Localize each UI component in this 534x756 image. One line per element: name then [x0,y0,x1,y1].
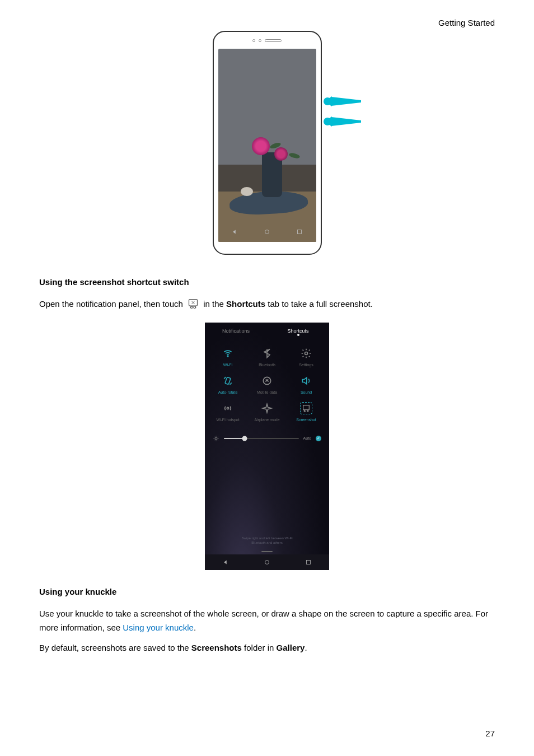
toggle-settings[interactable]: Settings [287,347,326,367]
side-button-arrows [323,95,362,128]
gear-icon [300,347,312,360]
heading-using-knuckle: Using your knuckle [39,587,495,596]
page-number: 27 [485,729,495,738]
screenshot-icon [188,298,199,309]
label: Screenshot [296,418,316,422]
svg-point-19 [307,410,308,412]
para-knuckle-2: By default, screenshots are saved to the… [39,641,495,655]
hotspot-icon [222,402,234,414]
bold-gallery: Gallery [277,643,305,652]
label: Bluetooth [259,363,275,367]
label: Airplane mode [254,418,279,422]
text: . [194,623,196,632]
svg-point-12 [227,356,228,357]
notification-panel-screenshot: Notifications Shortcuts Wi-Fi Bluetooth … [205,323,329,570]
toggle-mobiledata[interactable]: Mobile data [247,375,287,394]
text: in the [203,299,226,309]
para-screenshot-shortcut: Open the notification panel, then touch … [39,297,495,311]
label: Mobile data [257,390,277,394]
label: Sound [301,390,312,394]
svg-point-20 [215,437,217,440]
brightness-auto-label: Auto [303,436,311,440]
svg-rect-22 [307,560,311,564]
label: Settings [299,363,313,367]
header-section-label: Getting Started [438,18,495,27]
panel-hint-text: Swipe right and left between Wi-Fi Bluet… [205,536,329,545]
svg-point-15 [263,377,270,384]
android-navbar [205,554,329,570]
text: folder in [242,643,277,652]
label: Auto-rotate [218,390,238,394]
svg-rect-14 [225,377,231,384]
screenshot-icon [300,402,312,414]
link-using-your-knuckle[interactable]: Using your knuckle [123,623,194,632]
bold-screenshots-folder: Screenshots [191,643,242,652]
bluetooth-icon [261,347,273,360]
mobiledata-icon [261,375,273,387]
wifi-icon [222,347,234,360]
svg-point-0 [265,230,269,234]
svg-point-13 [305,352,308,354]
label: Wi-Fi [223,363,232,367]
text: . [305,643,307,652]
toggle-hotspot[interactable]: Wi-Fi hotspot [208,402,247,422]
text: Open the notification panel, then touch [39,299,185,309]
heading-screenshot-shortcut: Using the screenshot shortcut switch [39,277,495,287]
text: tab to take a full screenshot. [268,299,373,309]
tab-shortcuts[interactable]: Shortcuts [267,328,329,334]
svg-marker-7 [331,117,361,126]
phone-buttons-illustration [39,31,495,260]
toggle-sound[interactable]: Sound [287,375,326,394]
svg-marker-3 [331,97,361,106]
autorotate-icon [222,375,234,387]
brightness-auto-checkbox[interactable]: ✓ [316,436,321,441]
text: Use your knuckle to take a screenshot of… [39,609,488,633]
panel-drag-handle[interactable] [261,551,273,552]
para-knuckle-1: Use your knuckle to take a screenshot of… [39,606,495,635]
phone-wallpaper [218,49,316,242]
brightness-icon [213,435,219,442]
tab-notifications[interactable]: Notifications [205,328,267,334]
brightness-slider[interactable]: Auto ✓ [205,422,329,442]
android-navbar [218,225,316,239]
sound-icon [300,375,312,387]
airplane-icon [261,402,273,414]
text: By default, screenshots are saved to the [39,643,191,652]
svg-rect-17 [303,405,310,409]
svg-point-18 [304,410,305,412]
toggle-airplane[interactable]: Airplane mode [247,402,287,422]
toggle-wifi[interactable]: Wi-Fi [208,347,247,367]
phone-earpiece [214,32,321,49]
label: Wi-Fi hotspot [216,418,239,422]
toggle-autorotate[interactable]: Auto-rotate [208,375,247,394]
bold-shortcuts: Shortcuts [226,299,265,309]
toggle-bluetooth[interactable]: Bluetooth [247,347,287,367]
phone-frame [213,31,322,255]
svg-point-16 [227,407,228,409]
svg-point-21 [265,560,269,564]
svg-rect-1 [298,230,302,234]
toggle-screenshot[interactable]: Screenshot [287,402,326,422]
